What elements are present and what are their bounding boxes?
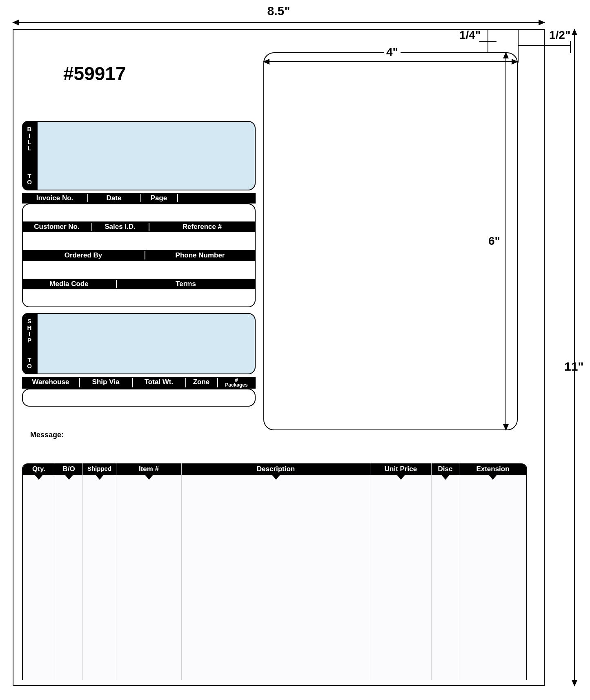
form-left-column: BILL TO Invoice No. Date Page Customer N… [22, 121, 256, 407]
arrow-page-height [572, 29, 577, 686]
message-label: Message: [30, 431, 64, 439]
arrow-label-height [503, 52, 509, 430]
col-extension: Extension [459, 463, 526, 475]
items-grid: Qty. B/O Shipped Item # Description Unit… [22, 463, 527, 680]
arrow-page-width [13, 20, 545, 25]
row-media-values [22, 289, 256, 307]
bill-to-block: BILL TO [22, 121, 256, 190]
hdr-invoice-no: Invoice No. [22, 193, 87, 204]
row-customer-values [22, 232, 256, 250]
col-disc: Disc [432, 463, 459, 475]
col-qty: Qty. [23, 463, 55, 475]
row-invoice-header: Invoice No. Date Page [22, 193, 256, 204]
arrow-label-width [263, 59, 518, 65]
hdr-terms: Terms [116, 279, 256, 289]
col-shipped: Shipped [83, 463, 116, 475]
hdr-reference: Reference # [149, 221, 256, 232]
hdr-sales-id: Sales I.D. [91, 221, 149, 232]
ship-to-block: SHIP TO [22, 313, 256, 374]
hdr-total-wt: Total Wt. [132, 377, 185, 389]
col-description: Description [182, 463, 370, 475]
dimension-label-width: 4" [384, 46, 401, 59]
row-ordered-header: Ordered By Phone Number [22, 250, 256, 261]
col-unit-price: Unit Price [370, 463, 431, 475]
row-invoice-values [22, 204, 256, 221]
ship-to-tab: SHIP TO [22, 313, 37, 374]
hdr-date: Date [87, 193, 140, 204]
ship-to-address-box [37, 313, 256, 374]
hdr-media-code: Media Code [22, 279, 116, 289]
dimension-top-margin: 1/4" [459, 29, 481, 42]
row-ship-values [22, 389, 256, 407]
hdr-warehouse: Warehouse [22, 377, 79, 389]
hdr-zone: Zone [185, 377, 217, 389]
dimension-right-margin: 1/2" [549, 29, 570, 42]
col-bo: B/O [55, 463, 82, 475]
bill-to-tab: BILL TO [22, 121, 37, 190]
dimension-page-width: 8.5" [13, 4, 545, 18]
hdr-phone: Phone Number [145, 250, 256, 261]
form-number: #59917 [63, 63, 126, 85]
row-ordered-values [22, 261, 256, 279]
hdr-ordered-by: Ordered By [22, 250, 145, 261]
hdr-page: Page [140, 193, 177, 204]
bill-to-address-box [37, 121, 256, 190]
hdr-blank1 [177, 193, 256, 204]
col-item-no: Item # [116, 463, 181, 475]
hdr-packages: #Packages [217, 377, 256, 389]
hdr-ship-via: Ship Via [79, 377, 132, 389]
row-media-header: Media Code Terms [22, 279, 256, 289]
row-customer-header: Customer No. Sales I.D. Reference # [22, 221, 256, 232]
row-ship-header: Warehouse Ship Via Total Wt. Zone #Packa… [22, 377, 256, 389]
hdr-customer-no: Customer No. [22, 221, 91, 232]
dimension-label-height: 6" [486, 234, 503, 248]
label-rectangle [263, 52, 518, 430]
hdr-packages-bottom: Packages [225, 382, 247, 388]
